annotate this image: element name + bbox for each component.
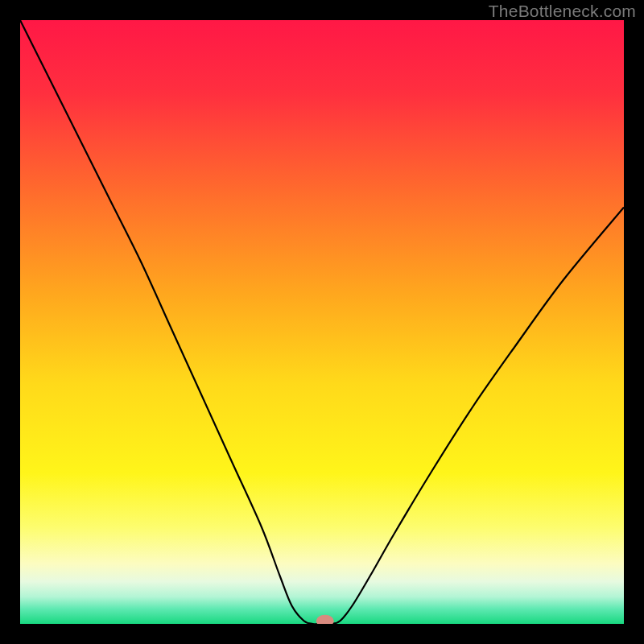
watermark-text: TheBottleneck.com	[489, 2, 636, 21]
bottleneck-chart	[20, 20, 624, 624]
plot-area	[20, 20, 624, 624]
chart-frame: TheBottleneck.com	[0, 0, 644, 644]
